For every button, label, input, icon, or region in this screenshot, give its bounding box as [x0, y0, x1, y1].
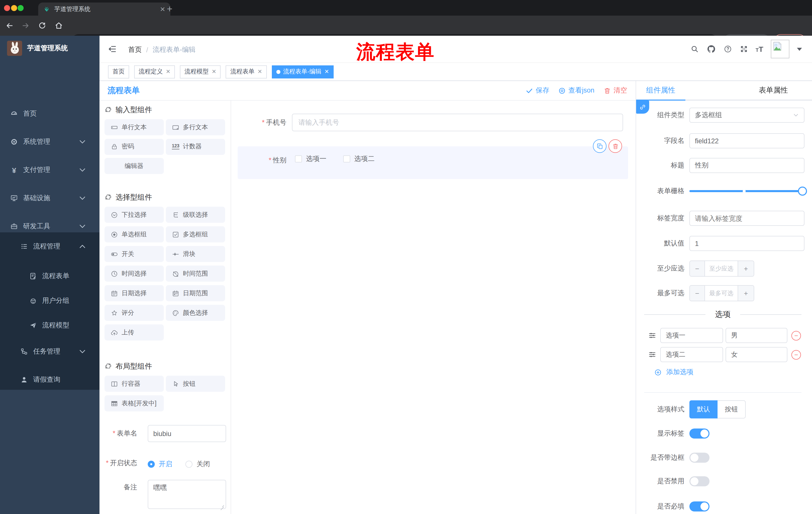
zoom-window-button[interactable] [18, 5, 24, 11]
form-remark-textarea[interactable]: 嘿嘿 [148, 480, 226, 509]
close-tag-icon[interactable]: ✕ [166, 69, 170, 75]
stepper-increase-button[interactable]: + [737, 261, 754, 276]
clear-button[interactable]: 清空 [604, 86, 627, 95]
style-default-button[interactable]: 默认 [689, 400, 718, 418]
copy-component-button[interactable] [593, 139, 607, 153]
remove-option-button[interactable]: − [791, 350, 801, 360]
palette-item-switch[interactable]: 开关 [105, 246, 164, 262]
label-width-input[interactable] [689, 211, 805, 226]
palette-item-button[interactable]: 按钮 [166, 376, 225, 392]
minimize-window-button[interactable] [11, 5, 17, 11]
tab-form-props[interactable]: 表单属性 [749, 81, 798, 100]
tag-process-form-edit[interactable]: 流程表单-编辑✕ [271, 65, 334, 78]
tab-component-props[interactable]: 组件属性 [636, 81, 685, 100]
forward-icon[interactable] [21, 21, 30, 30]
border-toggle[interactable] [689, 453, 709, 463]
sidebar-item-system[interactable]: 系统管理 [0, 128, 99, 156]
breadcrumb-home[interactable]: 首页 [128, 45, 142, 54]
textarea-resize-handle[interactable] [220, 503, 224, 507]
back-icon[interactable] [5, 21, 14, 30]
palette-item-radio-group[interactable]: 单选框组 [105, 226, 164, 242]
add-option-button[interactable]: 添加选项 [654, 368, 693, 377]
style-button-button[interactable]: 按钮 [718, 400, 746, 418]
form-grid-slider[interactable] [689, 190, 803, 192]
palette-item-time[interactable]: 时间选择 [105, 266, 164, 282]
sidebar-item-payment[interactable]: ¥ 支付管理 [0, 156, 99, 184]
close-window-button[interactable] [4, 5, 10, 11]
title-input[interactable] [689, 158, 805, 173]
palette-item-color[interactable]: 颜色选择 [166, 305, 225, 321]
stepper-increase-button[interactable]: + [737, 286, 754, 301]
tag-home[interactable]: 首页 [108, 65, 129, 78]
sidebar-item-process-model[interactable]: 流程模型 [0, 313, 99, 337]
tag-process-definition[interactable]: 流程定义✕ [134, 65, 175, 78]
option-value-input[interactable] [726, 328, 787, 343]
close-tag-icon[interactable]: ✕ [211, 69, 216, 75]
status-radio-on[interactable]: 开启 [148, 460, 172, 469]
sidebar-item-user-group[interactable]: 用户分组 [0, 288, 99, 313]
stepper-decrease-button[interactable]: − [690, 261, 705, 276]
close-tag-icon[interactable]: ✕ [324, 69, 329, 75]
font-size-icon[interactable]: TT [755, 45, 763, 53]
home-icon[interactable] [54, 21, 63, 30]
help-icon[interactable] [723, 45, 732, 53]
save-button[interactable]: 保存 [526, 86, 549, 95]
checkbox-icon[interactable] [343, 155, 350, 162]
palette-item-date-range[interactable]: 日期范围 [166, 285, 225, 301]
field-name-input[interactable] [689, 133, 805, 148]
reload-icon[interactable] [38, 21, 47, 30]
option-value-input[interactable] [726, 347, 787, 362]
stepper-decrease-button[interactable]: − [690, 286, 705, 301]
sidebar-item-process-mgmt[interactable]: 流程管理 [0, 232, 99, 261]
palette-item-password[interactable]: 密码 [105, 139, 164, 155]
palette-item-single-line[interactable]: 单行文本 [105, 119, 164, 135]
stepper-placeholder[interactable]: 最多可选 [705, 286, 737, 301]
palette-item-multi-line[interactable]: 多行文本 [166, 119, 225, 135]
canvas-field-gender-selected[interactable]: *性别 选项一 选项二 [238, 146, 628, 179]
close-tab-icon[interactable]: ✕ [160, 6, 165, 12]
gender-option-2[interactable]: 选项二 [343, 154, 375, 163]
disabled-toggle[interactable] [689, 476, 709, 486]
checkbox-icon[interactable] [295, 155, 302, 162]
default-value-input[interactable] [689, 236, 805, 251]
close-tag-icon[interactable]: ✕ [258, 69, 262, 75]
tag-process-model[interactable]: 流程模型✕ [180, 65, 221, 78]
collapse-sidebar-icon[interactable] [108, 44, 117, 54]
sidebar-logo[interactable]: 芋道管理系统 [0, 36, 99, 61]
palette-item-table[interactable]: 表格[开发中] [105, 395, 164, 411]
phone-input[interactable] [292, 114, 623, 131]
sidebar-item-process-form[interactable]: 流程表单 [0, 264, 99, 288]
drag-handle-icon[interactable] [648, 331, 657, 340]
required-toggle[interactable] [689, 502, 709, 512]
palette-item-rate[interactable]: 评分 [105, 305, 164, 321]
sidebar-item-home[interactable]: 首页 [0, 100, 99, 128]
sidebar-item-leave-query[interactable]: 请假查询 [0, 366, 99, 394]
search-icon[interactable] [690, 45, 699, 53]
gender-option-1[interactable]: 选项一 [295, 154, 326, 163]
palette-item-date[interactable]: 日期选择 [105, 285, 164, 301]
slider-handle[interactable] [798, 187, 807, 196]
browser-tab[interactable]: 芋道管理系统 ✕ [38, 2, 170, 16]
show-label-toggle[interactable] [689, 429, 709, 438]
view-json-button[interactable]: 查看json [558, 86, 594, 95]
palette-item-select[interactable]: 下拉选择 [105, 207, 164, 223]
stepper-placeholder[interactable]: 至少应选 [705, 261, 737, 276]
remove-option-button[interactable]: − [791, 331, 801, 341]
component-type-select[interactable]: 多选框组 [689, 108, 805, 123]
option-label-input[interactable] [660, 347, 723, 362]
palette-item-row-container[interactable]: 行容器 [105, 376, 164, 392]
palette-item-time-range[interactable]: 时间范围 [166, 266, 225, 282]
palette-item-slider[interactable]: 滑块 [166, 246, 225, 262]
avatar-caret-icon[interactable] [797, 48, 802, 51]
delete-component-button[interactable] [609, 139, 622, 153]
palette-item-upload[interactable]: 上传 [105, 324, 164, 341]
new-tab-button[interactable]: + [167, 3, 172, 15]
tag-process-form[interactable]: 流程表单✕ [226, 65, 266, 78]
palette-item-counter[interactable]: 123计数器 [166, 139, 225, 155]
option-label-input[interactable] [660, 328, 723, 343]
form-name-input[interactable] [148, 425, 226, 442]
status-radio-off[interactable]: 关闭 [185, 460, 210, 469]
sidebar-item-task-mgmt[interactable]: 任务管理 [0, 337, 99, 366]
sidebar-item-infrastructure[interactable]: 基础设施 [0, 184, 99, 212]
palette-item-cascader[interactable]: 级联选择 [166, 207, 225, 223]
